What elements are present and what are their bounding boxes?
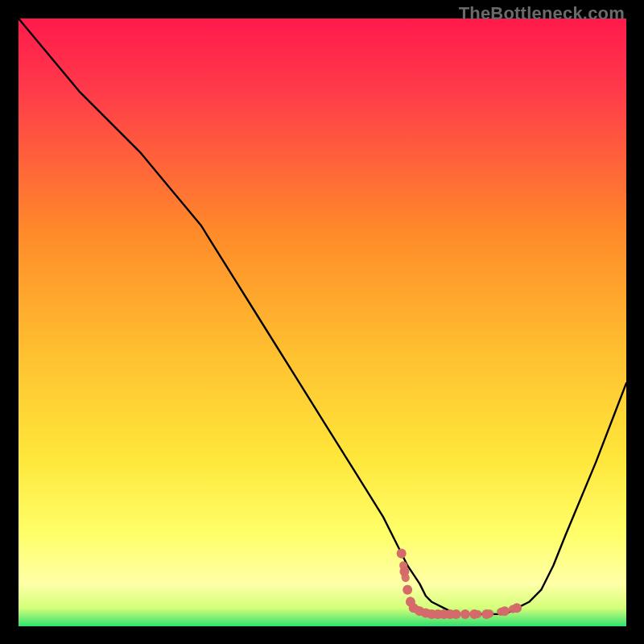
- marker-dot: [452, 609, 461, 619]
- marker-dot: [402, 585, 412, 595]
- marker-dot: [469, 609, 479, 619]
- plot-area: [19, 19, 626, 626]
- marker-dot: [512, 603, 522, 613]
- gradient-background: [19, 19, 626, 626]
- marker-dot: [500, 606, 510, 616]
- marker-dot: [460, 609, 470, 619]
- marker-dot: [481, 609, 491, 619]
- chart-frame: TheBottleneck.com: [0, 0, 644, 644]
- watermark-text: TheBottleneck.com: [459, 3, 625, 24]
- marker-dot: [399, 567, 409, 576]
- marker-dot: [397, 548, 407, 558]
- chart-svg: [19, 19, 626, 626]
